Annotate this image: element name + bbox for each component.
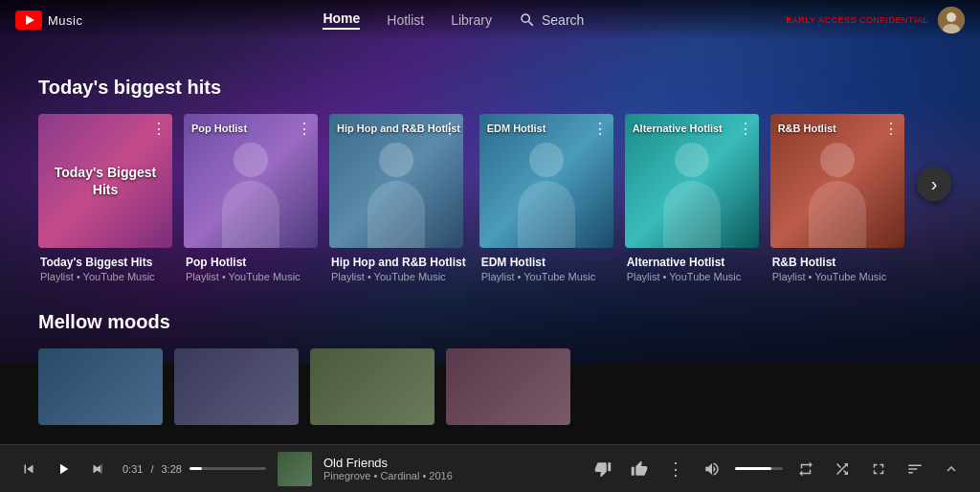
- card-1-title: Today's Biggest Hits: [40, 256, 170, 269]
- card-5-person: [654, 143, 730, 248]
- card-5-overlay: Alternative Hotlist: [633, 122, 723, 135]
- section-biggest-hits: Today's biggest hits Today's Biggest Hit…: [0, 77, 980, 282]
- queue-button[interactable]: [902, 456, 928, 482]
- card-3-title: Hip Hop and R&B Hotlist: [331, 256, 466, 269]
- repeat-button[interactable]: [792, 456, 819, 482]
- skip-next-button[interactable]: [84, 456, 111, 482]
- mellow-thumb-2: [174, 348, 299, 425]
- section-title-biggest-hits: Today's biggest hits: [38, 77, 942, 99]
- now-playing-thumbnail: [278, 452, 312, 486]
- player-bar: 0:31 / 3:28 Old Friends Pinegrove • Card…: [0, 444, 980, 492]
- card-4-more-btn[interactable]: ⋮: [592, 120, 608, 138]
- search-icon: [519, 11, 536, 29]
- card-todays-biggest-hits[interactable]: Today's Biggest Hits ⋮ Today's Biggest H…: [38, 114, 172, 282]
- nav-search[interactable]: Search: [519, 11, 584, 29]
- card-1-more-btn[interactable]: ⋮: [151, 120, 167, 138]
- card-4-title: EDM Hotlist: [481, 256, 612, 269]
- card-3-sub: Playlist • YouTube Music: [331, 271, 466, 282]
- player-right-controls: ⋮: [590, 456, 965, 482]
- card-2-info: Pop Hotlist Playlist • YouTube Music: [184, 256, 318, 282]
- card-3-info: Hip Hop and R&B Hotlist Playlist • YouTu…: [329, 256, 468, 282]
- card-6-info: R&B Hotlist Playlist • YouTube Music: [770, 256, 904, 282]
- card-6-more-btn[interactable]: ⋮: [883, 120, 899, 138]
- progress-bar[interactable]: [189, 467, 266, 470]
- play-button[interactable]: [50, 456, 77, 482]
- card-1-sub: Playlist • YouTube Music: [40, 271, 170, 282]
- now-playing-sub: Pinegrove • Cardinal • 2016: [323, 470, 453, 481]
- card-pop-hotlist[interactable]: Pop Hotlist ⋮ Pop Hotlist Playlist • You…: [184, 114, 318, 282]
- avatar[interactable]: [938, 7, 965, 34]
- card-hiphop-hotlist[interactable]: Hip Hop and R&B Hotlist ⋮ Hip Hop and R&…: [329, 114, 468, 282]
- mellow-card-1[interactable]: [38, 348, 163, 431]
- total-time: 3:28: [161, 463, 181, 475]
- logo-area[interactable]: Music: [15, 11, 82, 30]
- card-6-thumb: R&B Hotlist ⋮: [770, 114, 904, 248]
- card-rnb-hotlist[interactable]: R&B Hotlist ⋮ R&B Hotlist Playlist • You…: [770, 114, 904, 282]
- skip-prev-button[interactable]: [15, 456, 42, 482]
- mellow-card-2[interactable]: [174, 348, 299, 431]
- player-controls: [15, 456, 111, 482]
- chevron-up-icon: [943, 460, 960, 478]
- thumbs-up-button[interactable]: [626, 456, 653, 482]
- thumbs-down-icon: [594, 460, 612, 478]
- now-playing: Old Friends Pinegrove • Cardinal • 2016: [278, 452, 578, 486]
- volume-fill: [735, 467, 771, 470]
- mellow-card-4[interactable]: [446, 348, 570, 431]
- mellow-thumb-1: [38, 348, 163, 425]
- nav-links: Home Hotlist Library Search: [121, 11, 786, 30]
- early-access-label: EARLY ACCESS CONFIDENTIAL: [786, 15, 928, 25]
- card-5-more-btn[interactable]: ⋮: [738, 120, 753, 138]
- card-2-thumb: Pop Hotlist ⋮: [184, 114, 318, 248]
- now-playing-info: Old Friends Pinegrove • Cardinal • 2016: [323, 456, 453, 481]
- mellow-card-3[interactable]: [310, 348, 434, 431]
- nav-hotlist[interactable]: Hotlist: [387, 12, 424, 28]
- more-options-icon: ⋮: [667, 458, 684, 480]
- now-playing-title: Old Friends: [323, 456, 453, 470]
- card-5-thumb: Alternative Hotlist ⋮: [625, 114, 759, 248]
- card-6-sub: Playlist • YouTube Music: [772, 271, 902, 282]
- volume-icon: [703, 460, 721, 478]
- queue-icon: [906, 460, 924, 478]
- mellow-thumb-4: [446, 348, 570, 425]
- card-6-person: [799, 143, 876, 248]
- shuffle-icon: [834, 460, 851, 478]
- section-title-mellow-moods: Mellow moods: [38, 311, 942, 333]
- section-mellow-moods: Mellow moods: [0, 311, 980, 444]
- card-1-overlay: Today's Biggest Hits: [45, 164, 166, 198]
- chevron-up-button[interactable]: [938, 456, 965, 482]
- card-2-overlay: Pop Hotlist: [191, 122, 247, 135]
- volume-bar[interactable]: [735, 467, 783, 470]
- card-2-person: [212, 143, 289, 248]
- time-separator: /: [150, 463, 153, 475]
- thumbs-down-button[interactable]: [590, 456, 616, 482]
- skip-prev-icon: [20, 460, 37, 478]
- expand-button[interactable]: [865, 456, 892, 482]
- card-alt-hotlist[interactable]: Alternative Hotlist ⋮ Alternative Hotlis…: [625, 114, 759, 282]
- volume-button[interactable]: [699, 456, 725, 482]
- card-1-info: Today's Biggest Hits Playlist • YouTube …: [38, 256, 172, 282]
- mellow-thumb-3: [310, 348, 434, 425]
- next-arrow-biggest-hits[interactable]: [917, 167, 951, 201]
- nav-home[interactable]: Home: [323, 11, 360, 30]
- more-options-button[interactable]: ⋮: [662, 456, 689, 482]
- youtube-logo-icon: [15, 11, 42, 30]
- card-6-title: R&B Hotlist: [772, 256, 902, 269]
- card-3-more-btn[interactable]: ⋮: [442, 120, 457, 138]
- shuffle-button[interactable]: [829, 456, 856, 482]
- card-4-overlay: EDM Hotlist: [487, 122, 546, 135]
- nav-library[interactable]: Library: [451, 12, 492, 28]
- card-5-info: Alternative Hotlist Playlist • YouTube M…: [625, 256, 759, 282]
- svg-point-3: [947, 12, 956, 22]
- current-time: 0:31: [122, 463, 143, 475]
- card-4-thumb: EDM Hotlist ⋮: [479, 114, 613, 248]
- card-1-thumb: Today's Biggest Hits ⋮: [38, 114, 172, 248]
- play-icon: [55, 460, 72, 478]
- card-5-sub: Playlist • YouTube Music: [627, 271, 757, 282]
- card-4-info: EDM Hotlist Playlist • YouTube Music: [479, 256, 613, 282]
- card-6-overlay: R&B Hotlist: [778, 122, 836, 135]
- expand-icon: [870, 460, 887, 478]
- card-edm-hotlist[interactable]: EDM Hotlist ⋮ EDM Hotlist Playlist • You…: [479, 114, 613, 282]
- card-5-title: Alternative Hotlist: [627, 256, 757, 269]
- card-2-more-btn[interactable]: ⋮: [297, 120, 312, 138]
- mellow-moods-cards-row: [38, 348, 942, 431]
